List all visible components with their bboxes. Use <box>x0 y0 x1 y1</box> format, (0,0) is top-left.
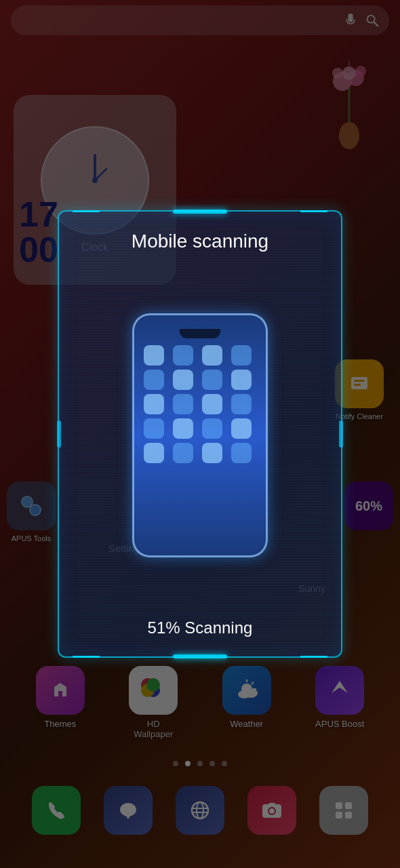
phone-illustration <box>132 313 268 557</box>
scan-overlay: Mobile scanning <box>0 0 400 868</box>
corner-br <box>300 631 327 658</box>
phone-screen-grid <box>134 345 266 463</box>
corner-tr <box>300 210 327 237</box>
phone-notch <box>180 329 220 338</box>
scan-progress-text: 51% Scanning <box>148 618 253 637</box>
scan-title: Mobile scanning <box>132 231 268 252</box>
scan-modal: Mobile scanning <box>58 210 342 658</box>
corner-bl <box>73 631 100 658</box>
side-notch-left <box>57 420 61 448</box>
bottom-accent <box>173 654 227 658</box>
side-notch-right <box>339 420 343 448</box>
corner-tl <box>73 210 100 237</box>
top-accent <box>173 210 227 214</box>
